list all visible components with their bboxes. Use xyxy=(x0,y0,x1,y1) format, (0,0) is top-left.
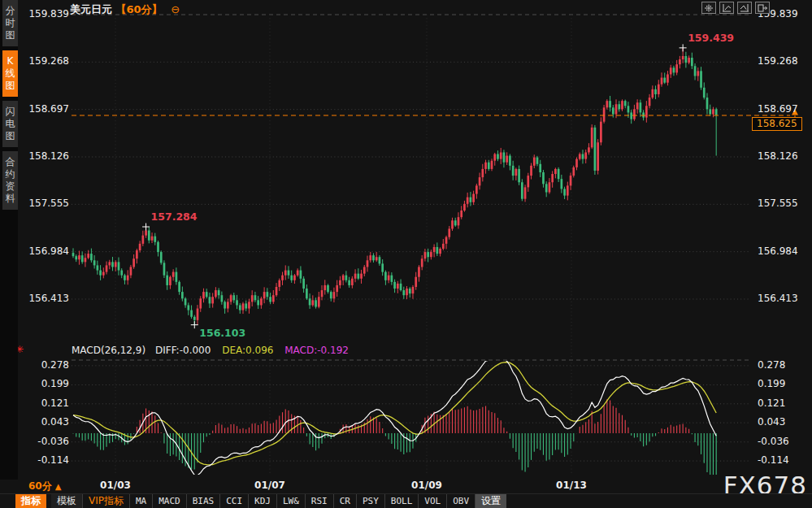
timeframe-badge: 【60分】 xyxy=(116,3,163,15)
bottom-bar-item-BIAS[interactable]: BIAS xyxy=(186,494,220,508)
chart-header: 美元日元 【60分】 ⊖ xyxy=(70,2,180,17)
chart-canvas[interactable]: 157.284156.103159.439 xyxy=(0,0,812,508)
price-axis-label-left: 159.839 xyxy=(20,8,69,20)
macd-axis-label-left: -0.036 xyxy=(20,436,69,447)
timeframe-selector-label: 60分 xyxy=(28,480,52,492)
price-axis-label-left: 156.413 xyxy=(20,293,69,304)
bottom-bar-item-MACD[interactable]: MACD xyxy=(152,494,186,508)
bottom-bar-item-LW&[interactable]: LW& xyxy=(276,494,305,508)
bottom-bar-item-VOL[interactable]: VOL xyxy=(418,494,446,508)
macd-axis-label-left: 0.199 xyxy=(20,378,69,389)
sidebar-item-2[interactable]: 闪电图 xyxy=(2,101,18,147)
macd-diff-value: DIFF:-0.000 xyxy=(155,345,211,356)
macd-dea-value: DEA:0.096 xyxy=(222,345,273,356)
chevron-up-icon: ▲ xyxy=(55,482,62,491)
bottom-bar-item-指标[interactable]: 指标 xyxy=(15,494,46,508)
bottom-bar-item-VIP指标[interactable]: VIP指标 xyxy=(82,494,129,508)
price-axis-label-left: 158.697 xyxy=(20,103,69,115)
macd-axis-label-right: 0.278 xyxy=(758,359,785,371)
price-axis-label-right: 156.413 xyxy=(758,293,798,304)
bottom-bar-item-OBV[interactable]: OBV xyxy=(446,494,475,508)
price-axis-label-left: 159.268 xyxy=(20,55,69,67)
swing-high-annotation: 157.284 xyxy=(151,211,198,223)
date-axis-label: 01/13 xyxy=(556,480,587,491)
bottom-bar-item-模板[interactable]: 模板 xyxy=(51,494,82,508)
collapse-icon[interactable]: ⊖ xyxy=(171,3,180,15)
price-axis-label-right: 156.984 xyxy=(758,245,798,257)
pan-right-icon[interactable] xyxy=(755,2,770,14)
macd-axis-label-left: 0.043 xyxy=(20,416,69,428)
macd-axis-label-right: 0.199 xyxy=(758,378,785,389)
bottom-bar-item-CR[interactable]: CR xyxy=(333,494,356,508)
macd-header: MACD(26,12,9) DIFF:-0.000 DEA:0.096 MACD… xyxy=(72,345,349,356)
chart-tool-icons xyxy=(701,2,770,14)
sidebar-item-1[interactable]: K线图 xyxy=(2,50,18,97)
macd-title: MACD(26,12,9) xyxy=(72,345,145,356)
chart-app: 157.284156.103159.439 分时图K线图闪电图合约资料 美元日元… xyxy=(0,0,812,508)
price-axis-label-left: 158.126 xyxy=(20,150,69,162)
swing-low-annotation: 156.103 xyxy=(199,327,245,339)
bottom-bar-item-PSY[interactable]: PSY xyxy=(356,494,384,508)
price-axis-label-right: 158.126 xyxy=(758,150,798,162)
macd-axis-label-right: 0.121 xyxy=(758,397,785,409)
bottom-bar-item-RSI[interactable]: RSI xyxy=(305,494,333,508)
date-axis-label: 01/03 xyxy=(100,480,131,491)
macd-macd-value: MACD:-0.192 xyxy=(284,345,349,356)
price-axis-label-left: 156.984 xyxy=(20,245,69,257)
macd-axis-label-left: 0.121 xyxy=(20,397,69,409)
crosshair-move-icon[interactable] xyxy=(701,2,716,14)
price-axis-label-left: 157.555 xyxy=(20,198,69,209)
macd-axis-label-right: -0.036 xyxy=(758,436,789,447)
sidebar-item-3[interactable]: 合约资料 xyxy=(2,151,18,210)
indicator-bottom-bar: 指标模板VIP指标MAMACDBIASCCIKDJLW&RSICRPSYBOLL… xyxy=(0,493,812,508)
bottom-bar-item-BOLL[interactable]: BOLL xyxy=(384,494,419,508)
sidebar: 分时图K线图闪电图合约资料 xyxy=(0,0,18,480)
date-axis-label: 01/07 xyxy=(254,480,285,491)
macd-axis-label-left: 0.278 xyxy=(20,359,69,371)
timeframe-selector[interactable]: 60分▲ xyxy=(28,480,61,493)
bottom-bar-item-KDJ[interactable]: KDJ xyxy=(248,494,276,508)
symbol-title: 美元日元 xyxy=(70,3,112,15)
macd-axis-label-right: -0.114 xyxy=(758,454,789,466)
price-axis-label-right: 158.697 xyxy=(758,103,798,115)
price-axis-label-right: 157.555 xyxy=(758,198,798,209)
sidebar-item-0[interactable]: 分时图 xyxy=(2,0,18,46)
current-price-tag: 158.625 xyxy=(752,117,802,131)
price-axis-label-right: 159.268 xyxy=(758,55,798,67)
axis-zoom-left-icon[interactable] xyxy=(719,2,734,14)
bottom-bar-item-MA[interactable]: MA xyxy=(129,494,152,508)
macd-axis-label-right: 0.043 xyxy=(758,416,785,428)
bottom-bar-item-CCI[interactable]: CCI xyxy=(219,494,248,508)
swing-high-annotation: 159.439 xyxy=(688,32,734,44)
bottom-bar-item-设置[interactable]: 设置 xyxy=(475,494,506,508)
macd-axis-label-left: -0.114 xyxy=(20,454,69,466)
axis-zoom-right-icon[interactable] xyxy=(737,2,752,14)
date-axis-label: 01/09 xyxy=(411,480,442,491)
